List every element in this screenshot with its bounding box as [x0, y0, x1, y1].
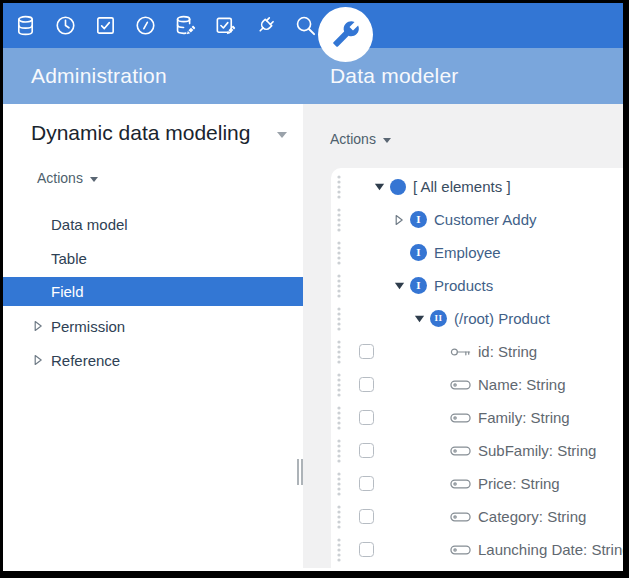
collapsed-caret-icon[interactable]	[33, 320, 48, 332]
menu-item-label: Data model	[51, 216, 128, 233]
menu-item-label: Reference	[51, 352, 120, 369]
tree-node-label: Launching Date: String	[478, 541, 623, 558]
field-tag-icon	[450, 379, 471, 391]
field-checkbox[interactable]	[359, 377, 374, 392]
drag-handle-icon[interactable]	[336, 306, 348, 332]
data-modeler-panel: Actions [ All elements ]ICustomer AddyIE…	[303, 104, 623, 568]
tree-node-label: SubFamily: String	[478, 442, 596, 459]
administration-title: Administration	[31, 64, 167, 88]
administration-panel: Dynamic data modeling Actions Data model…	[3, 104, 303, 568]
drag-handle-icon[interactable]	[336, 339, 348, 365]
drag-handle-icon[interactable]	[336, 504, 348, 530]
title-dropdown-caret-icon[interactable]	[277, 132, 287, 138]
field-checkbox[interactable]	[359, 509, 374, 524]
field-checkbox[interactable]	[359, 410, 374, 425]
primary-key-icon	[450, 346, 471, 358]
entity-info-icon: I	[410, 211, 427, 228]
field-tag-icon	[450, 445, 471, 457]
collapsed-caret-icon[interactable]	[33, 354, 48, 366]
entity-info-icon: I	[410, 244, 427, 261]
right-actions-menu[interactable]: Actions	[330, 131, 391, 147]
tree-node-label: (/root) Product	[454, 310, 550, 327]
tree-row[interactable]: SubFamily: String	[331, 434, 623, 467]
tree-row[interactable]: Launching Date: String	[331, 533, 623, 566]
checkbox-slot	[348, 476, 374, 491]
gauge-icon[interactable]	[125, 3, 165, 48]
menu-item-permission[interactable]: Permission	[3, 309, 303, 343]
collapsed-caret-icon[interactable]	[394, 214, 410, 226]
menu-item-label: Table	[51, 250, 87, 267]
drag-handle-icon[interactable]	[336, 537, 348, 563]
tree-node-label: Name: String	[478, 376, 566, 393]
left-actions-menu[interactable]: Actions	[37, 170, 98, 186]
panel-headers: Administration Data modeler	[3, 48, 623, 104]
collapsed-caret-icon	[33, 354, 43, 366]
expanded-caret-icon[interactable]	[394, 280, 410, 291]
field-checkbox[interactable]	[359, 542, 374, 557]
drag-handle-icon[interactable]	[336, 174, 348, 200]
actions-caret-icon	[383, 138, 391, 143]
tree-row[interactable]: Family: String	[331, 401, 623, 434]
tree-row[interactable]: Category: String	[331, 500, 623, 533]
tree-node-label: Employee	[434, 244, 501, 261]
checkbox-slot	[348, 542, 374, 557]
field-checkbox[interactable]	[359, 476, 374, 491]
element-dot-icon	[390, 179, 406, 195]
field-tag-icon	[450, 478, 471, 490]
administration-header: Administration	[3, 48, 303, 104]
tree-row[interactable]: ICustomer Addy	[331, 203, 623, 236]
plug-icon[interactable]	[245, 3, 285, 48]
expanded-caret-icon[interactable]	[414, 313, 430, 324]
admin-menu: Data modelTableFieldPermissionReference	[3, 207, 303, 377]
drag-handle-icon[interactable]	[336, 405, 348, 431]
tree-row[interactable]: II(/root) Product	[331, 302, 623, 335]
field-checkbox[interactable]	[359, 443, 374, 458]
tree-row[interactable]: [ All elements ]	[331, 170, 623, 203]
tree-row[interactable]: Price: String	[331, 467, 623, 500]
menu-item-field[interactable]: Field	[3, 277, 303, 306]
tree-row[interactable]: IEmployee	[331, 236, 623, 269]
tree-row[interactable]: Name: String	[331, 368, 623, 401]
menu-item-table[interactable]: Table	[3, 241, 303, 275]
drag-handle-icon[interactable]	[336, 372, 348, 398]
left-actions-label: Actions	[37, 170, 83, 186]
note-edit-icon[interactable]	[205, 3, 245, 48]
wrench-icon[interactable]	[318, 7, 373, 62]
database-edit-icon[interactable]	[165, 3, 205, 48]
field-tag-icon	[450, 544, 471, 556]
tree-row[interactable]: id: String	[331, 335, 623, 368]
field-tag-icon	[450, 511, 471, 523]
tree-node-label: Customer Addy	[434, 211, 537, 228]
field-checkbox[interactable]	[359, 344, 374, 359]
tree-node-label: [ All elements ]	[413, 178, 511, 195]
drag-handle-icon[interactable]	[336, 471, 348, 497]
page-title-row: Dynamic data modeling	[31, 121, 287, 145]
app-window: Administration Data modeler Dynamic data…	[0, 0, 629, 578]
expanded-caret-icon	[374, 181, 385, 192]
menu-item-reference[interactable]: Reference	[3, 343, 303, 377]
entity-info-ii-icon: II	[430, 310, 447, 327]
collapsed-caret-icon	[394, 214, 404, 226]
expanded-caret-icon	[414, 313, 425, 324]
page-title: Dynamic data modeling	[31, 121, 250, 145]
drag-handle-icon[interactable]	[336, 273, 348, 299]
expanded-caret-icon[interactable]	[374, 181, 390, 192]
tree-node-label: id: String	[478, 343, 537, 360]
clock-icon[interactable]	[45, 3, 85, 48]
database-icon[interactable]	[5, 3, 45, 48]
drag-handle-icon[interactable]	[336, 207, 348, 233]
checkbox-slot	[348, 344, 374, 359]
main-body: Dynamic data modeling Actions Data model…	[3, 104, 623, 568]
actions-caret-icon	[90, 177, 98, 182]
top-toolbar	[3, 3, 623, 48]
tree-node-label: Family: String	[478, 409, 570, 426]
checkbox-slot	[348, 410, 374, 425]
field-tag-icon	[450, 412, 471, 424]
drag-handle-icon[interactable]	[336, 438, 348, 464]
menu-item-data-model[interactable]: Data model	[3, 207, 303, 241]
tasks-icon[interactable]	[85, 3, 125, 48]
tree-row[interactable]: IProducts	[331, 269, 623, 302]
tree-node-label: Category: String	[478, 508, 586, 525]
checkbox-slot	[348, 509, 374, 524]
drag-handle-icon[interactable]	[336, 240, 348, 266]
